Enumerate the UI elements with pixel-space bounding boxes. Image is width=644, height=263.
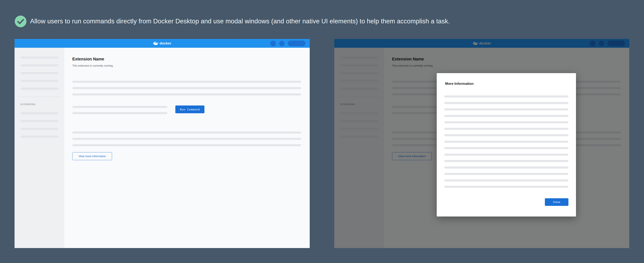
extension-status-text: This extension is currently running. (72, 64, 114, 67)
check-circle-icon-svg (15, 16, 26, 27)
skeleton-bar (444, 121, 568, 123)
sidebar: EXTENSIONS (14, 48, 64, 248)
skeleton-bar (444, 186, 568, 188)
extension-content: Extension Name This extension is current… (64, 48, 310, 248)
view-more-information-button[interactable]: View more information (72, 152, 112, 160)
skeleton-bar (72, 112, 167, 114)
skeleton-bar (444, 147, 568, 149)
skeleton-bar (72, 144, 301, 146)
run-command-button[interactable]: Run Command (175, 106, 204, 113)
skeleton-bar (20, 136, 58, 138)
titlebar-circle-button-1[interactable] (270, 40, 276, 46)
titlebar-controls (270, 39, 306, 48)
skeleton-bar (444, 115, 568, 117)
skeleton-bar (72, 132, 301, 134)
skeleton-bar (20, 56, 58, 58)
skeleton-bar (20, 88, 58, 90)
skeleton-bar (72, 94, 301, 96)
titlebar: docker (14, 39, 310, 48)
skeleton-bar (20, 120, 58, 122)
skeleton-bar (20, 128, 58, 130)
modal-title: More Information (445, 82, 474, 86)
guideline-banner: Allow users to run commands directly fro… (0, 0, 644, 31)
more-information-modal: More Information Close (437, 73, 576, 216)
sidebar-extensions-skeleton-list (20, 112, 58, 144)
docker-desktop-window-normal: docker EXTENSIONS Extension Name This ex… (14, 39, 310, 248)
docker-whale-icon (153, 41, 158, 46)
skeleton-bar (444, 180, 568, 182)
skeleton-bar (444, 166, 568, 168)
titlebar-circle-button-2[interactable] (279, 41, 284, 46)
skeleton-bar (20, 80, 58, 82)
guideline-text: Allow users to run commands directly fro… (30, 14, 450, 28)
sidebar-section-extensions: EXTENSIONS (20, 103, 36, 106)
extension-title: Extension Name (72, 57, 104, 62)
skeleton-bar (20, 64, 58, 66)
skeleton-bar (444, 160, 568, 162)
content-skeleton-group-2 (72, 132, 301, 150)
skeleton-bar (72, 106, 167, 108)
content-skeleton-group-1 (72, 81, 301, 100)
skeleton-bar (20, 112, 58, 114)
skeleton-bar (20, 72, 58, 74)
skeleton-bar (444, 108, 568, 110)
check-circle-icon (15, 16, 26, 27)
skeleton-bar (444, 134, 568, 136)
sidebar-divider (18, 97, 61, 97)
close-button[interactable]: Close (545, 198, 568, 206)
skeleton-bar (444, 102, 568, 104)
skeleton-bar (72, 87, 301, 89)
skeleton-bar (444, 141, 568, 143)
content-skeleton-short (72, 106, 167, 118)
docker-logo: docker (14, 39, 310, 48)
skeleton-bar (444, 173, 568, 175)
sidebar-skeleton-list (20, 56, 58, 96)
skeleton-bar (72, 138, 301, 140)
docker-wordmark: docker (160, 42, 171, 46)
docker-desktop-window-with-modal: docker EXTENSIONS Extension Name This ex… (334, 39, 629, 248)
window-body: EXTENSIONS Extension Name This extension… (14, 48, 310, 248)
modal-skeleton-text (444, 96, 568, 192)
skeleton-bar (444, 154, 568, 156)
skeleton-bar (444, 128, 568, 130)
skeleton-bar (72, 81, 301, 83)
titlebar-pill-button[interactable] (288, 40, 306, 46)
skeleton-bar (444, 96, 568, 98)
